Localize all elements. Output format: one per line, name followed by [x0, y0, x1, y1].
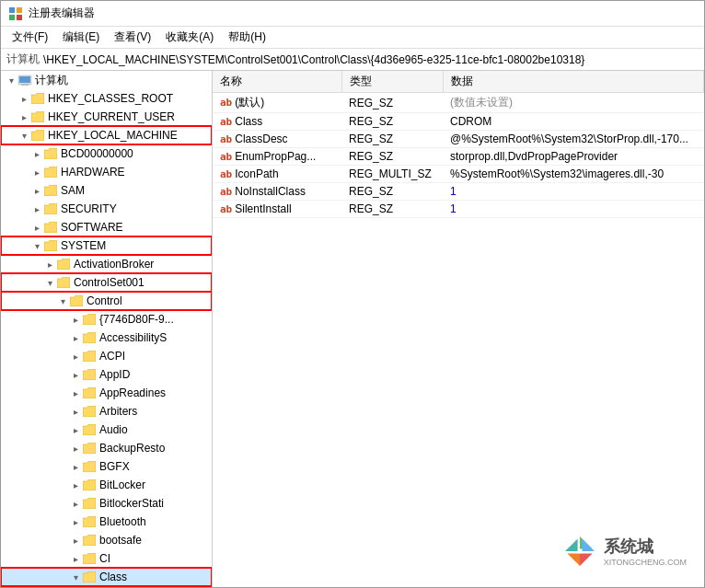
cell-type: REG_SZ [341, 148, 443, 166]
tree-item-ci[interactable]: CI [1, 549, 212, 568]
menu-view[interactable]: 查看(V) [107, 28, 158, 47]
details-panel: 名称 类型 数据 ab(默认)REG_SZ(数值未设置)abClassREG_S… [213, 71, 704, 587]
svg-marker-12 [577, 549, 582, 554]
cell-data: @%SystemRoot%\System32\StorProp.dll,-170… [443, 131, 704, 148]
col-header-data[interactable]: 数据 [443, 71, 704, 93]
address-path: \HKEY_LOCAL_MACHINE\SYSTEM\ControlSet001… [43, 53, 584, 66]
expand-arrow-backupresto[interactable] [69, 444, 82, 454]
cell-data: 1 [443, 183, 704, 201]
tree-label-bluetooth: Bluetooth [99, 515, 146, 528]
tree-item-controlset001[interactable]: ControlSet001 [1, 273, 212, 292]
table-row[interactable]: abIconPathREG_MULTI_SZ%SystemRoot%\Syste… [213, 166, 704, 183]
tree-item-bcd[interactable]: BCD00000000 [1, 144, 212, 163]
watermark-text-block: 系统城 XITONGCHENG.COM [604, 536, 687, 567]
table-row[interactable]: abNoInstallClassREG_SZ1 [213, 183, 704, 201]
folder-icon-hklm [30, 129, 45, 142]
folder-icon-acpi [82, 350, 97, 363]
cell-type: REG_SZ [341, 113, 443, 131]
table-row[interactable]: abSilentInstallREG_SZ1 [213, 201, 704, 218]
expand-arrow-appid[interactable] [69, 370, 82, 380]
menu-file[interactable]: 文件(F) [5, 28, 55, 47]
expand-arrow-bitlocker[interactable] [69, 480, 82, 490]
tree-item-bluetooth[interactable]: Bluetooth [1, 513, 212, 531]
expand-arrow-arbiters[interactable] [69, 407, 82, 417]
tree-item-hkcu[interactable]: HKEY_CURRENT_USER [1, 108, 212, 126]
tree-item-7746d80f[interactable]: {7746D80F-9... [1, 310, 212, 329]
expand-arrow-sam[interactable] [30, 186, 43, 196]
expand-arrow-class[interactable] [69, 572, 82, 582]
col-header-type[interactable]: 类型 [341, 71, 443, 93]
expand-arrow-7746d80f[interactable] [69, 315, 82, 325]
tree-item-bgfx[interactable]: BGFX [1, 457, 212, 476]
cell-data: %SystemRoot%\System32\imageres.dll,-30 [443, 166, 704, 183]
expand-arrow-activationbroker[interactable] [43, 259, 56, 270]
tree-panel[interactable]: 计算机 HKEY_CLASSES_ROOT HKEY_CURRENT_USER [1, 71, 213, 587]
expand-arrow-hardware[interactable] [30, 167, 43, 178]
expand-arrow-bcd[interactable] [30, 149, 43, 159]
tree-item-bootsafe[interactable]: bootsafe [1, 531, 212, 549]
expand-arrow-hkcu[interactable] [17, 112, 30, 122]
expand-arrow-control[interactable] [56, 296, 69, 306]
tree-item-system[interactable]: SYSTEM [1, 236, 212, 255]
details-table: 名称 类型 数据 ab(默认)REG_SZ(数值未设置)abClassREG_S… [213, 71, 704, 218]
svg-rect-1 [17, 7, 22, 13]
tree-item-acpi[interactable]: ACPI [1, 347, 212, 365]
tree-item-class[interactable]: Class [1, 568, 212, 586]
menu-edit[interactable]: 编辑(E) [55, 28, 107, 47]
table-row[interactable]: abClassDescREG_SZ@%SystemRoot%\System32\… [213, 131, 704, 148]
tree-item-sam[interactable]: SAM [1, 181, 212, 200]
tree-item-appreadines[interactable]: AppReadines [1, 384, 212, 402]
expand-arrow-ci[interactable] [69, 554, 82, 564]
watermark-logo [561, 533, 598, 570]
tree-item-hardware[interactable]: HARDWARE [1, 163, 212, 181]
expand-arrow-bitlockerstati[interactable] [69, 499, 82, 509]
tree-item-hklm[interactable]: HKEY_LOCAL_MACHINE [1, 126, 212, 144]
expand-arrow-acpi[interactable] [69, 352, 82, 362]
col-header-name[interactable]: 名称 [213, 71, 341, 93]
tree-item-activationbroker[interactable]: ActivationBroker [1, 255, 212, 273]
tree-item-arbiters[interactable]: Arbiters [1, 402, 212, 421]
expand-arrow-audio[interactable] [69, 425, 82, 435]
folder-icon-sam [43, 184, 58, 197]
expand-arrow-software[interactable] [30, 223, 43, 233]
expand-arrow-computer[interactable] [5, 75, 17, 86]
tree-item-accessibilitys[interactable]: AccessibilityS [1, 329, 212, 347]
expand-arrow-security[interactable] [30, 204, 43, 214]
expand-arrow-hkcr[interactable] [17, 94, 30, 104]
tree-item-bitlockerstati[interactable]: BitlockerStati [1, 494, 212, 513]
table-row[interactable]: abEnumPropPag...REG_SZstorprop.dll,DvdPr… [213, 148, 704, 166]
menu-help[interactable]: 帮助(H) [221, 28, 273, 47]
expand-arrow-system[interactable] [30, 241, 43, 251]
expand-arrow-controlset001[interactable] [43, 278, 56, 288]
expand-arrow-appreadines[interactable] [69, 388, 82, 398]
tree-item-bitlocker[interactable]: BitLocker [1, 476, 212, 494]
tree-item-software[interactable]: SOFTWARE [1, 218, 212, 236]
tree-item-backupresto[interactable]: BackupResto [1, 439, 212, 457]
expand-arrow-hklm[interactable] [17, 131, 30, 141]
cell-type: REG_SZ [341, 131, 443, 148]
svg-marker-10 [567, 553, 580, 566]
table-row[interactable]: abClassREG_SZCDROM [213, 113, 704, 131]
cell-name: abClassDesc [213, 131, 341, 148]
expand-arrow-bluetooth[interactable] [69, 517, 82, 527]
tree-item-security[interactable]: SECURITY [1, 200, 212, 218]
tree-item-appid[interactable]: AppID [1, 365, 212, 384]
expand-arrow-accessibilitys[interactable] [69, 333, 82, 343]
svg-rect-2 [9, 15, 15, 20]
folder-icon-activationbroker [56, 258, 71, 271]
tree-item-audio[interactable]: Audio [1, 421, 212, 439]
expand-arrow-bootsafe[interactable] [69, 536, 82, 546]
tree-label-hkcu: HKEY_CURRENT_USER [48, 110, 175, 123]
folder-icon-bitlocker [82, 478, 97, 491]
tree-item-computer[interactable]: 计算机 [1, 71, 212, 89]
menu-favorites[interactable]: 收藏夹(A) [158, 28, 221, 47]
table-row[interactable]: ab(默认)REG_SZ(数值未设置) [213, 93, 704, 113]
expand-arrow-bgfx[interactable] [69, 462, 82, 472]
tree-item-control[interactable]: Control [1, 292, 212, 310]
tree-label-bitlockerstati: BitlockerStati [99, 497, 164, 510]
tree-label-class: Class [99, 571, 127, 583]
folder-icon-appreadines [82, 386, 97, 399]
app-icon [8, 6, 23, 21]
cell-type: REG_MULTI_SZ [341, 166, 443, 183]
tree-item-hkcr[interactable]: HKEY_CLASSES_ROOT [1, 89, 212, 108]
